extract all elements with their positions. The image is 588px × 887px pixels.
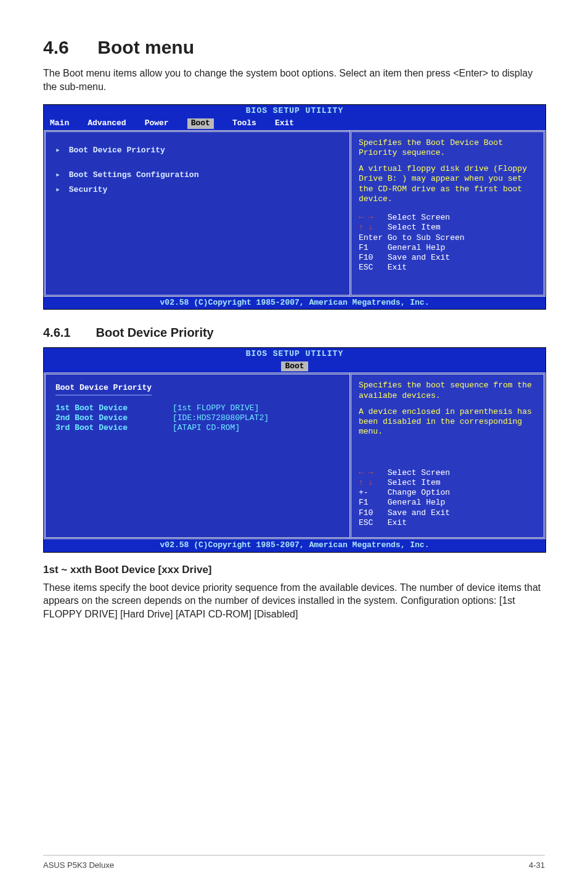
bios2-tab-boot: Boot [281,361,308,371]
bios1-key-selectscreen: Select Screen [388,213,450,222]
bios1-tab-power: Power [145,118,169,128]
subsection-number: 4.6.1 [43,326,92,340]
bios-screen-bootmenu: BIOS SETUP UTILITY Main Advanced Power B… [43,104,546,310]
bios2-footer: v02.58 (C)Copyright 1985-2007, American … [44,539,545,551]
bios1-tab-boot: Boot [187,118,214,128]
footer-right: 4-31 [529,860,545,870]
arrows-lr-icon: ← → [359,468,373,477]
bios2-key-help: ← → Select Screen ↑ ↓ Select Item +- Cha… [359,468,536,529]
bios2-key-selectscreen: Select Screen [388,468,450,477]
submenu-marker-icon: ▸ [55,146,64,155]
bios2-row3-label: 3rd Boot Device [55,423,173,433]
option-body: These items specify the boot device prio… [43,581,545,621]
bios2-key-selectitem: Select Item [388,478,441,487]
bios2-row1-value: [1st FLOPPY DRIVE] [173,403,259,413]
section-title-text: Boot menu [97,37,194,57]
subsection-heading: 4.6.1 Boot Device Priority [43,326,545,340]
bios1-footer: v02.58 (C)Copyright 1985-2007, American … [44,297,545,309]
bios1-help-body: A virtual floppy disk drive (Floppy Driv… [359,164,536,204]
bios2-help-body: A device enclosed in parenthesis has bee… [359,407,536,437]
bios1-key-help: ← → Select Screen ↑ ↓ Select Item Enter … [359,213,536,273]
submenu-marker-icon: ▸ [55,170,64,180]
bios1-menubar: Main Advanced Power Boot Tools Exit [44,117,545,130]
bios1-tab-exit: Exit [275,118,294,128]
subsection-title-text: Boot Device Priority [96,326,214,339]
bios2-title: BIOS SETUP UTILITY [44,348,545,360]
bios2-right-pane: Specifies the boot sequence from the ava… [349,373,545,539]
table-row: 2nd Boot Device [IDE:HDS728080PLAT2] [55,413,340,423]
arrows-ud-icon: ↑ ↓ [359,223,373,232]
bios1-item-bootpriority: Boot Device Priority [69,146,165,155]
bios-screen-bootdevicepriority: BIOS SETUP UTILITY Boot Boot Device Prio… [43,347,546,553]
arrows-lr-icon: ← → [359,213,373,222]
bios1-left-pane: ▸ Boot Device Priority ▸ Boot Settings C… [44,130,349,297]
bios1-item-bootsettings: Boot Settings Configuration [69,170,199,179]
submenu-marker-icon: ▸ [55,185,64,195]
option-heading: 1st ~ xxth Boot Device [xxx Drive] [43,564,545,576]
bios1-tab-main: Main [50,118,69,128]
bios1-tab-advanced: Advanced [88,118,126,128]
bios2-row2-label: 2nd Boot Device [55,413,173,423]
bios2-key-plusminus: Change Option [388,488,450,497]
bios2-row3-value: [ATAPI CD-ROM] [173,423,240,433]
section-number: 4.6 [43,37,92,58]
bios1-title: BIOS SETUP UTILITY [44,105,545,117]
bios1-key-esc: Exit [388,263,407,272]
bios1-key-selectitem: Select Item [388,223,441,232]
bios2-key-esc: Exit [388,518,407,527]
page-footer: ASUS P5K3 Deluxe 4-31 [43,855,545,870]
bios1-key-f10: Save and Exit [388,253,450,262]
bios2-help-top: Specifies the boot sequence from the ava… [359,381,536,401]
bios2-row1-label: 1st Boot Device [55,403,173,413]
bios1-key-f1: General Help [388,243,446,252]
bios1-tab-tools: Tools [232,118,256,128]
footer-left: ASUS P5K3 Deluxe [43,860,114,870]
bios2-heading: Boot Device Priority [55,383,152,393]
section-intro: The Boot menu items allow you to change … [43,67,545,93]
bios2-row2-value: [IDE:HDS728080PLAT2] [173,413,269,423]
bios1-right-pane: Specifies the Boot Device Boot Priority … [349,130,545,297]
bios1-item-security: Security [69,185,107,194]
bios2-left-pane: Boot Device Priority 1st Boot Device [1s… [44,373,349,539]
bios2-menubar: Boot [44,360,545,373]
arrows-ud-icon: ↑ ↓ [359,478,373,487]
bios2-key-f1: General Help [388,498,446,507]
bios2-key-f10: Save and Exit [388,508,450,518]
bios1-key-enter: Go to Sub Screen [388,233,465,242]
table-row: 1st Boot Device [1st FLOPPY DRIVE] [55,403,340,413]
bios1-help-top: Specifies the Boot Device Boot Priority … [359,138,536,159]
section-heading: 4.6 Boot menu [43,37,545,58]
table-row: 3rd Boot Device [ATAPI CD-ROM] [55,423,340,433]
